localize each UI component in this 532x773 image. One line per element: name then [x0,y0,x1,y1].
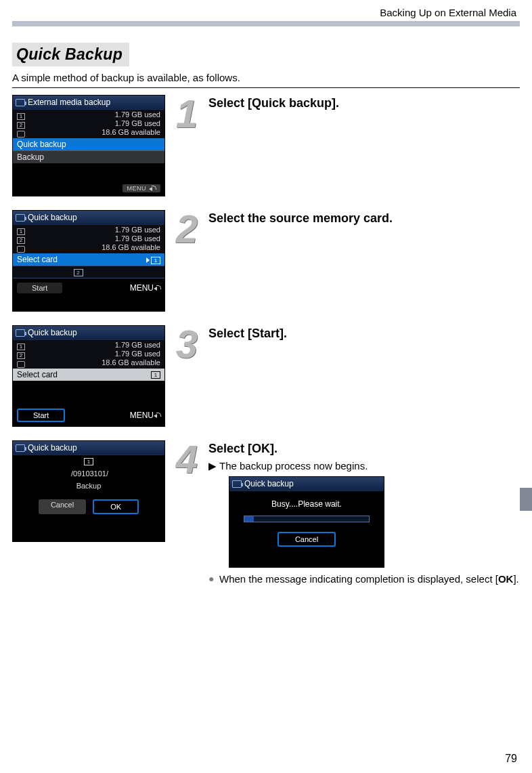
screen3-title: Quick backup [13,326,164,340]
available: 18.6 GB available [102,358,160,367]
start-button: Start [17,283,62,293]
step1-number: 1 [165,95,208,133]
slot1-used: 1.79 GB used [115,226,160,234]
busy-cancel-button: Cancel [278,532,336,547]
step-1: External media backup 11.79 GB used 21.7… [12,95,520,196]
step2-number: 2 [165,210,208,248]
menu-back: MENU [130,411,160,420]
available: 18.6 GB available [102,128,160,137]
start-button-selected: Start [17,409,65,422]
screen4-title: Quick backup [13,441,164,455]
quick-backup-item: Quick backup [13,138,164,150]
slot2-used: 1.79 GB used [115,350,160,358]
step-3: Quick backup 11.79 GB used 21.79 GB used… [12,325,520,427]
step3-screenshot: Quick backup 11.79 GB used 21.79 GB used… [12,325,165,427]
step-2: Quick backup 11.79 GB used 21.79 GB used… [12,210,520,312]
media-icon [16,444,25,452]
screen3-title-text: Quick backup [28,328,77,337]
step4-heading: Select [OK]. [208,442,520,456]
side-tab [520,488,532,511]
header-divider [12,21,520,26]
busy-screenshot: Quick backup Busy....Please wait. Cancel [229,476,384,568]
menu-back: MENU [123,184,161,192]
slot2-used: 1.79 GB used [115,119,160,128]
step4-screenshot: Quick backup 1 /09103101/ Backup Cancel … [12,440,165,542]
media-icon [16,99,25,106]
bullet-pre: When the message indicating completion i… [219,573,498,585]
screen4-title-text: Quick backup [28,443,77,453]
screen2-title-text: Quick backup [28,213,77,222]
progress-bar [244,516,370,522]
step1-screenshot: External media backup 11.79 GB used 21.7… [12,95,165,196]
backup-path: /09103101/ [69,469,108,478]
step1-heading: Select [Quick backup]. [208,96,520,110]
step4-number: 4 [165,440,208,478]
arrow-icon: ▶ [208,460,217,472]
media-icon [232,480,242,488]
ok-button: OK [93,499,139,514]
page-header: Backing Up on External Media [12,7,516,18]
select-card-row: Select card 1 [13,253,164,266]
bullet-icon: ● [208,573,219,585]
screen1-title-text: External media backup [28,98,110,107]
step4-sub: ▶The backup process now begins. [208,460,520,472]
backup-label: Backup [76,482,102,490]
busy-text: Busy....Please wait. [271,499,342,509]
step3-heading: Select [Start]. [208,327,520,341]
step3-number: 3 [165,325,208,363]
bullet-post: ]. [513,573,518,585]
busy-title: Quick backup [229,477,384,491]
bullet-bold: OK [498,573,514,585]
select-card-row: Select card 1 [13,369,164,381]
section-title: Quick Backup [16,45,123,63]
screen1-title: External media backup [13,96,164,110]
section-divider [12,87,520,88]
available: 18.6 GB available [102,243,160,252]
busy-title-text: Quick backup [244,479,294,488]
intro-text: A simple method of backup is available, … [12,72,520,83]
step4-bullet: ● When the message indicating completion… [208,573,520,585]
menu-back: MENU [130,283,160,293]
slot2-used: 1.79 GB used [115,234,160,243]
step2-screenshot: Quick backup 11.79 GB used 21.79 GB used… [12,210,165,312]
cancel-button: Cancel [39,499,86,514]
section-title-bg: Quick Backup [12,43,129,66]
step-4: Quick backup 1 /09103101/ Backup Cancel … [12,440,520,585]
step2-heading: Select the source memory card. [208,211,520,226]
backup-item: Backup [13,150,164,163]
slot1-used: 1.79 GB used [115,110,160,119]
media-icon [16,329,25,337]
screen2-title: Quick backup [13,211,164,225]
media-icon [16,214,25,222]
page-number: 79 [505,753,517,765]
slot1-used: 1.79 GB used [115,341,160,350]
